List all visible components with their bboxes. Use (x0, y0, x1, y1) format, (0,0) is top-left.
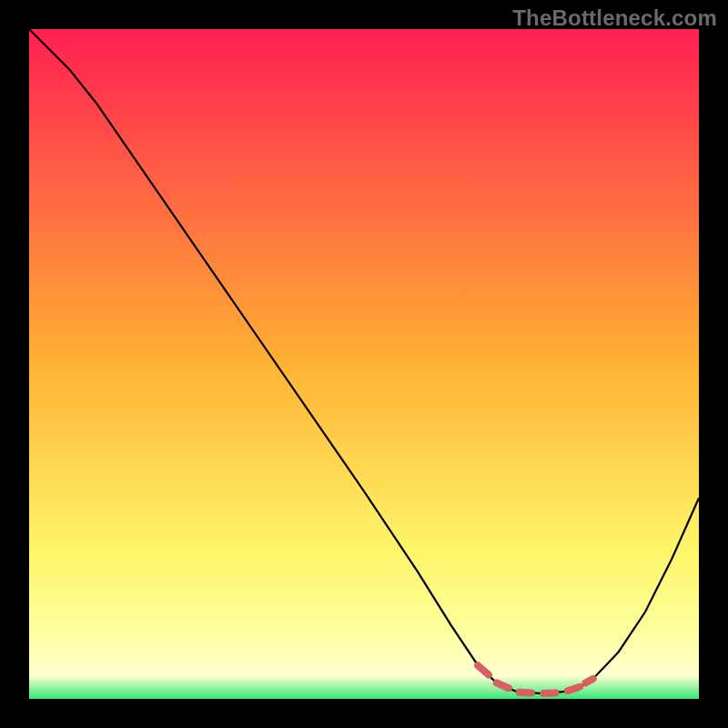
highlight-dash (497, 682, 509, 688)
highlight-dash (520, 693, 531, 693)
gradient-background (29, 29, 699, 699)
highlight-dash (586, 679, 593, 682)
highlight-dash (568, 687, 580, 691)
chart-svg (29, 29, 699, 699)
chart-area (29, 29, 699, 699)
watermark-text: TheBottleneck.com (512, 5, 717, 31)
highlight-dash (543, 693, 555, 693)
